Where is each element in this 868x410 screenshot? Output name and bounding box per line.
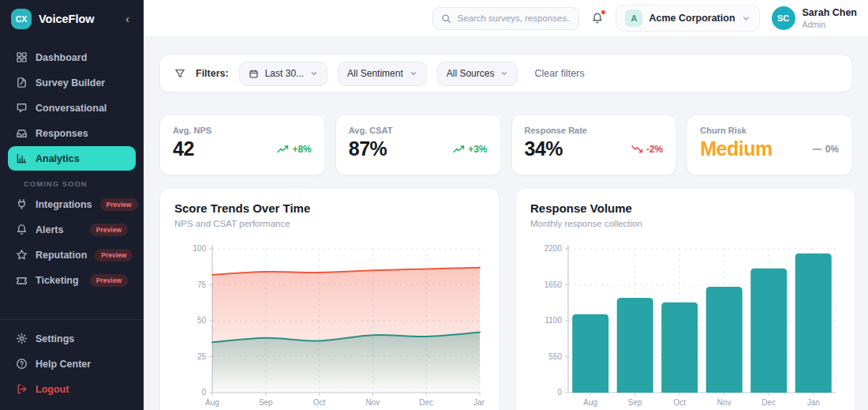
sidebar-item-reputation[interactable]: Reputation Preview xyxy=(8,243,136,267)
user-menu[interactable]: SC Sarah Chen Admin xyxy=(772,6,857,30)
user-avatar: SC xyxy=(772,6,795,30)
filter-funnel-icon xyxy=(174,68,185,79)
svg-text:25: 25 xyxy=(197,352,207,361)
clear-filters-link[interactable]: Clear filters xyxy=(534,68,584,79)
trending-up-icon xyxy=(277,145,289,153)
sidebar-item-analytics[interactable]: Analytics xyxy=(8,146,136,171)
kpi-label: Response Rate xyxy=(525,126,664,135)
topbar: A Acme Corporation SC Sarah Chen Admin xyxy=(144,0,868,37)
user-name: Sarah Chen xyxy=(803,7,857,20)
svg-text:Oct: Oct xyxy=(313,398,326,407)
kpi-value: Medium xyxy=(700,137,772,160)
trending-down-icon xyxy=(631,145,643,153)
sidebar-item-label: Dashboard xyxy=(36,52,87,63)
sidebar-item-integrations[interactable]: Integrations Preview xyxy=(8,192,136,216)
kpi-label: Churn Risk xyxy=(700,126,839,135)
user-role: Admin xyxy=(803,20,857,30)
search-icon xyxy=(441,13,451,24)
sidebar-item-settings[interactable]: Settings xyxy=(8,326,136,351)
main-content: Filters: Last 30... All Sentiment All So… xyxy=(144,37,868,410)
sidebar-item-label: Reputation xyxy=(36,250,87,261)
notification-dot xyxy=(600,9,606,15)
svg-text:Dec: Dec xyxy=(761,398,776,407)
sidebar-header: CX VoiceFlow ‹ xyxy=(0,0,144,37)
filters-label: Filters: xyxy=(196,68,229,79)
kpi-value: 34% xyxy=(525,137,563,160)
sidebar-collapse-icon[interactable]: ‹ xyxy=(122,13,133,25)
chevron-down-icon xyxy=(310,70,318,77)
gear-icon xyxy=(16,333,28,344)
org-selector[interactable]: A Acme Corporation xyxy=(615,5,759,32)
kpi-card-response-rate: Response Rate 34% -2% xyxy=(511,115,677,175)
ticket-icon xyxy=(16,274,28,286)
score-trends-chart: 0255075100AugSepOctNovDecJan xyxy=(174,238,485,410)
score-trends-card: Score Trends Over Time NPS and CSAT perf… xyxy=(159,188,499,410)
preview-badge: Preview xyxy=(95,249,133,261)
org-name: Acme Corporation xyxy=(649,13,735,24)
logout-icon xyxy=(16,383,28,395)
kpi-card-avg-csat: Avg. CSAT 87% +3% xyxy=(335,115,501,175)
sidebar-item-label: Survey Builder xyxy=(36,77,105,88)
kpi-trend: -2% xyxy=(631,144,663,155)
sidebar-item-survey-builder[interactable]: Survey Builder xyxy=(8,70,136,95)
kpi-value: 87% xyxy=(349,137,387,160)
sidebar-item-help-center[interactable]: Help Center xyxy=(8,352,136,376)
svg-text:Jan: Jan xyxy=(473,398,485,407)
svg-text:550: 550 xyxy=(548,352,562,361)
sidebar-item-alerts[interactable]: Alerts Preview xyxy=(8,217,136,242)
svg-text:Sep: Sep xyxy=(259,398,273,407)
preview-badge: Preview xyxy=(90,224,128,236)
kpi-value: 42 xyxy=(173,137,194,160)
svg-text:Nov: Nov xyxy=(366,398,380,407)
coming-soon-label: COMING SOON xyxy=(24,179,128,188)
date-range-value: Last 30... xyxy=(265,68,304,79)
kpi-card-avg-nps: Avg. NPS 42 +8% xyxy=(159,115,325,175)
date-range-dropdown[interactable]: Last 30... xyxy=(239,62,327,86)
sidebar-item-responses[interactable]: Responses xyxy=(8,121,136,145)
svg-text:0: 0 xyxy=(557,388,562,397)
charts-row: Score Trends Over Time NPS and CSAT perf… xyxy=(159,188,852,410)
sidebar-nav: Dashboard Survey Builder Conversational … xyxy=(0,37,144,293)
kpi-row: Avg. NPS 42 +8% Avg. CSAT 87% +3% Respon… xyxy=(159,115,852,175)
svg-text:1100: 1100 xyxy=(544,316,562,325)
kpi-label: Avg. CSAT xyxy=(349,126,488,135)
inbox-icon xyxy=(16,127,28,139)
sidebar-item-conversational[interactable]: Conversational xyxy=(8,96,136,120)
sidebar-spacer xyxy=(0,293,144,319)
sidebar-item-label: Alerts xyxy=(36,224,63,235)
svg-text:50: 50 xyxy=(197,316,207,325)
sidebar-item-label: Analytics xyxy=(36,153,80,164)
notifications-button[interactable] xyxy=(591,12,604,24)
svg-text:Aug: Aug xyxy=(205,398,219,407)
svg-text:Dec: Dec xyxy=(419,398,433,407)
sidebar-item-dashboard[interactable]: Dashboard xyxy=(8,45,136,70)
sentiment-dropdown[interactable]: All Sentiment xyxy=(338,62,427,86)
dashboard-icon xyxy=(16,51,28,63)
svg-text:Sep: Sep xyxy=(628,398,642,407)
chart-title: Response Volume xyxy=(530,201,840,215)
chart-subtitle: Monthly response collection xyxy=(530,219,840,228)
svg-text:Nov: Nov xyxy=(717,398,731,407)
kpi-trend: +8% xyxy=(277,144,311,155)
svg-text:75: 75 xyxy=(197,280,207,289)
calendar-icon xyxy=(249,69,259,79)
kpi-trend: +3% xyxy=(453,144,487,155)
sidebar-item-logout[interactable]: Logout xyxy=(8,377,136,401)
sidebar-item-label: Responses xyxy=(36,128,88,139)
minus-icon xyxy=(812,145,822,153)
sources-dropdown[interactable]: All Sources xyxy=(437,62,518,86)
sentiment-value: All Sentiment xyxy=(347,68,403,79)
sidebar-item-ticketing[interactable]: Ticketing Preview xyxy=(8,268,136,292)
org-avatar: A xyxy=(625,9,642,27)
search-box[interactable] xyxy=(432,7,579,30)
kpi-card-churn-risk: Churn Risk Medium 0% xyxy=(687,115,852,175)
svg-text:1650: 1650 xyxy=(544,280,563,289)
sidebar: CX VoiceFlow ‹ Dashboard Survey Builder … xyxy=(0,0,144,410)
search-input[interactable] xyxy=(457,13,571,23)
chevron-down-icon xyxy=(410,70,417,77)
bell-icon xyxy=(16,224,28,235)
chevron-down-icon xyxy=(500,70,508,77)
sidebar-item-label: Ticketing xyxy=(36,275,79,286)
sources-value: All Sources xyxy=(447,68,495,79)
filters-bar: Filters: Last 30... All Sentiment All So… xyxy=(159,55,852,92)
